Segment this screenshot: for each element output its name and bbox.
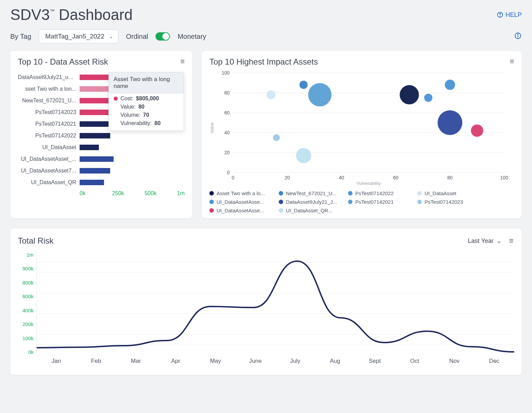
bubble-point[interactable] <box>308 83 332 107</box>
bar-label: PsTest07142023 <box>18 109 76 115</box>
bar-fill <box>80 168 110 174</box>
legend-dot <box>209 191 214 196</box>
x-tick: May <box>196 358 235 365</box>
svg-point-1 <box>500 16 500 16</box>
monetary-toggle[interactable] <box>155 32 170 41</box>
bubble-point[interactable] <box>445 80 455 90</box>
title-rest: Dashboard <box>55 6 132 23</box>
bar-tick: 1m <box>177 190 185 197</box>
tooltip-value-label: Value: <box>120 104 136 110</box>
tooltip-volume-label: Volume: <box>120 112 140 118</box>
y-tick: 1m <box>18 252 34 258</box>
legend-item[interactable]: UI_DataAsset <box>417 190 479 196</box>
bar-label: DataAsset9July21_u…A <box>18 74 76 80</box>
bar-row[interactable]: UI_DataAsset <box>18 142 185 153</box>
legend-label: DataAsset9July21_J... <box>286 199 337 205</box>
card-c-title: Total Risk <box>18 236 54 246</box>
bar-label: UI_DataAsset <box>18 144 76 150</box>
y-tick: 600k <box>18 293 34 299</box>
svg-text:40: 40 <box>339 175 344 180</box>
bar-label: PsTest07142021 <box>18 121 76 127</box>
legend-item[interactable]: PsTest07142023 <box>417 199 479 205</box>
bar-row[interactable]: UI_DataAsset_QR <box>18 177 185 188</box>
bar-tick: 0k <box>80 190 112 197</box>
bubble-point[interactable] <box>273 134 280 141</box>
card-c-menu-icon[interactable]: ≡ <box>509 236 514 245</box>
svg-text:20: 20 <box>224 150 230 155</box>
bar-label: UI_DataAsset_QR <box>18 179 76 186</box>
bar-row[interactable]: UI_DataAssetAsset7... <box>18 165 185 177</box>
legend-label: PsTest07142023 <box>425 199 463 205</box>
svg-text:40: 40 <box>224 130 230 135</box>
total-y-ticks: 1m 900k 800k 600k 400k 200k 100k 0k <box>18 252 36 355</box>
svg-text:0: 0 <box>227 170 230 175</box>
x-tick: Jan <box>36 358 76 365</box>
legend-label: UI_DataAsset <box>425 190 456 196</box>
period-select[interactable]: Last Year ⌄ <box>468 237 501 245</box>
bubble-point[interactable] <box>267 90 276 99</box>
legend-label: UI_DataAsset_QR... <box>286 208 333 213</box>
card-b-menu-icon[interactable]: ≡ <box>510 57 515 66</box>
bar-label: UI_DataAssetAsset7... <box>18 168 76 174</box>
legend-label: UI_DataAssetAsse... <box>217 199 264 205</box>
bar-row[interactable]: UI_DataAssetAsset_... <box>18 153 185 165</box>
svg-text:60: 60 <box>224 110 230 115</box>
legend-item[interactable]: Asset Two with a lo... <box>209 190 271 196</box>
bar-fill <box>80 121 110 127</box>
info-icon[interactable] <box>514 32 522 41</box>
legend-label: PsTest07142022 <box>355 190 394 196</box>
svg-text:100: 100 <box>222 70 230 76</box>
card-b-title: Top 10 Highest Impact Assets <box>209 57 514 67</box>
legend-dot <box>279 200 283 204</box>
tooltip-cost-label: Cost: <box>120 96 133 102</box>
svg-text:20: 20 <box>285 175 290 180</box>
card-highest-impact: Top 10 Highest Impact Assets ≡ Value 020… <box>202 51 522 218</box>
legend-item[interactable]: PsTest07142021 <box>348 199 410 205</box>
tooltip-value-value: 80 <box>138 104 144 110</box>
x-tick: Feb <box>76 358 116 365</box>
tooltip-vuln-label: Vulnerability: <box>120 120 152 126</box>
y-tick: 400k <box>18 308 34 313</box>
bubble-point[interactable] <box>296 148 311 163</box>
tooltip-vuln-value: 80 <box>154 120 161 126</box>
help-icon <box>497 11 504 18</box>
legend-dot <box>417 200 422 204</box>
tag-select[interactable]: MattTag_Jan5_2022 ⌄ <box>39 30 118 43</box>
y-tick: 800k <box>18 280 34 286</box>
legend-item[interactable]: UI_DataAsset_QR... <box>279 208 340 213</box>
x-tick: Dec <box>474 358 514 365</box>
bubble-point[interactable] <box>424 94 432 102</box>
bubble-point[interactable] <box>400 85 419 104</box>
legend-dot <box>348 191 352 196</box>
legend-label: NewTest_672021_U... <box>286 190 337 196</box>
bubble-legend: Asset Two with a lo...NewTest_672021_U..… <box>209 190 514 213</box>
bar-fill <box>80 156 114 162</box>
bar-fill <box>80 133 110 138</box>
svg-text:0: 0 <box>232 175 234 180</box>
legend-item[interactable]: UI_DataAssetAsse... <box>209 208 271 213</box>
bar-fill <box>80 145 99 150</box>
help-link[interactable]: HELP <box>497 11 522 19</box>
bar-fill <box>80 180 104 185</box>
bubble-point[interactable] <box>438 110 462 135</box>
svg-text:60: 60 <box>393 175 398 180</box>
y-tick: 900k <box>18 266 34 271</box>
total-risk-chart <box>36 252 514 355</box>
legend-item[interactable]: DataAsset9July21_J... <box>279 199 340 205</box>
card-a-menu-icon[interactable]: ≡ <box>180 57 185 66</box>
bubble-point[interactable] <box>471 124 483 137</box>
bar-label: sset Two with a lon... <box>18 86 76 92</box>
bubble-y-label: Value <box>209 122 215 133</box>
legend-dot <box>209 208 214 213</box>
legend-label: UI_DataAssetAsse... <box>217 208 264 213</box>
legend-item[interactable]: UI_DataAssetAsse... <box>209 199 271 205</box>
legend-item[interactable]: NewTest_672021_U... <box>279 190 340 196</box>
bar-label: NewTest_672021_U... <box>18 98 76 104</box>
legend-dot <box>279 191 283 196</box>
y-tick: 200k <box>18 321 34 327</box>
legend-item[interactable]: PsTest07142022 <box>348 190 410 196</box>
y-tick: 0k <box>18 349 34 355</box>
bubble-point[interactable] <box>299 81 308 89</box>
bubble-chart: 020406080100020406080100Vulnerability <box>216 69 511 186</box>
bar-row[interactable]: PsTest07142022 <box>18 130 185 142</box>
